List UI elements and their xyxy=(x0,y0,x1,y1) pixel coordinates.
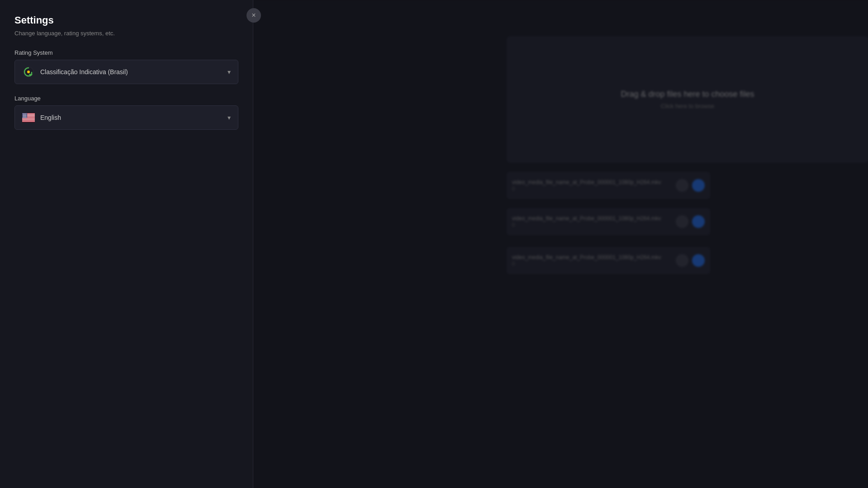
svg-point-25 xyxy=(23,114,23,115)
svg-point-44 xyxy=(24,117,24,118)
svg-rect-13 xyxy=(22,121,35,122)
svg-point-20 xyxy=(26,114,27,114)
file-row-1-action-btn[interactable] xyxy=(692,179,705,192)
svg-point-35 xyxy=(24,116,24,116)
file-row-3: video_media_file_name_at_Probe_000001_10… xyxy=(507,247,710,274)
svg-point-33 xyxy=(26,115,26,116)
file-row-3-text: video_media_file_name_at_Probe_000001_10… xyxy=(512,254,676,267)
rating-system-value: Classificação Indicativa (Brasil) xyxy=(40,68,228,76)
svg-point-26 xyxy=(24,114,24,115)
rating-system-icon xyxy=(22,66,35,78)
language-value: English xyxy=(40,114,228,121)
settings-subtitle: Change language, rating systems, etc. xyxy=(14,30,238,37)
svg-point-30 xyxy=(23,115,24,116)
svg-point-45 xyxy=(24,117,25,118)
svg-rect-9 xyxy=(22,118,35,119)
svg-point-36 xyxy=(24,116,25,116)
svg-point-1 xyxy=(27,71,30,73)
svg-point-47 xyxy=(26,117,27,118)
svg-point-23 xyxy=(25,114,25,114)
svg-point-46 xyxy=(25,117,26,118)
svg-point-29 xyxy=(26,114,27,115)
brazil-rating-icon xyxy=(23,66,34,77)
language-dropdown[interactable]: English ▾ xyxy=(14,105,238,130)
rating-system-chevron-icon: ▾ xyxy=(228,68,231,76)
svg-point-27 xyxy=(24,114,25,115)
svg-point-34 xyxy=(23,116,23,116)
svg-rect-10 xyxy=(22,118,35,119)
svg-point-21 xyxy=(23,114,24,114)
svg-point-38 xyxy=(26,116,27,116)
svg-point-43 xyxy=(23,117,23,118)
settings-panel: × Settings Change language, rating syste… xyxy=(0,0,253,488)
language-flag-icon xyxy=(22,111,35,124)
rating-system-label: Rating System xyxy=(14,49,238,56)
file-row-1-text: video_media_file_name_at_Probe_000001_10… xyxy=(512,179,676,192)
svg-point-24 xyxy=(26,114,26,114)
svg-point-37 xyxy=(25,116,26,116)
us-flag-icon xyxy=(22,113,35,122)
svg-point-18 xyxy=(24,114,25,114)
drop-zone: Drag & drop files here to choose files C… xyxy=(507,36,868,163)
file-row-3-action-btn[interactable] xyxy=(692,254,705,267)
svg-rect-14 xyxy=(22,121,35,122)
settings-title: Settings xyxy=(14,14,238,26)
file-row-2-action-btn[interactable] xyxy=(692,215,705,228)
svg-point-28 xyxy=(25,114,26,115)
language-label: Language xyxy=(14,95,238,102)
svg-point-39 xyxy=(23,117,24,117)
file-row-2-delete-btn[interactable] xyxy=(676,215,688,228)
file-row-1: video_media_file_name_at_Probe_000001_10… xyxy=(507,172,710,199)
rating-system-dropdown[interactable]: Classificação Indicativa (Brasil) ▾ xyxy=(14,60,238,84)
drag-drop-text: Drag & drop files here to choose files xyxy=(621,90,754,99)
file-row-2: video_media_file_name_at_Probe_000001_10… xyxy=(507,208,710,235)
drag-drop-sub: Click here to browse xyxy=(661,103,714,109)
svg-point-41 xyxy=(25,117,25,117)
svg-point-22 xyxy=(24,114,24,114)
svg-point-31 xyxy=(24,115,24,116)
language-chevron-icon: ▾ xyxy=(228,114,231,121)
file-row-1-delete-btn[interactable] xyxy=(676,179,688,192)
svg-point-17 xyxy=(24,114,24,114)
file-row-2-text: video_media_file_name_at_Probe_000001_10… xyxy=(512,215,676,228)
svg-point-40 xyxy=(24,117,24,117)
close-button[interactable]: × xyxy=(247,8,261,23)
file-row-3-delete-btn[interactable] xyxy=(676,254,688,267)
svg-point-16 xyxy=(23,114,23,114)
svg-point-32 xyxy=(25,115,25,116)
background-content: Drag & drop files here to choose files C… xyxy=(253,0,868,488)
svg-point-19 xyxy=(25,114,26,114)
svg-point-42 xyxy=(26,117,26,117)
svg-rect-12 xyxy=(22,120,35,121)
close-icon: × xyxy=(251,11,256,19)
svg-rect-11 xyxy=(22,119,35,120)
